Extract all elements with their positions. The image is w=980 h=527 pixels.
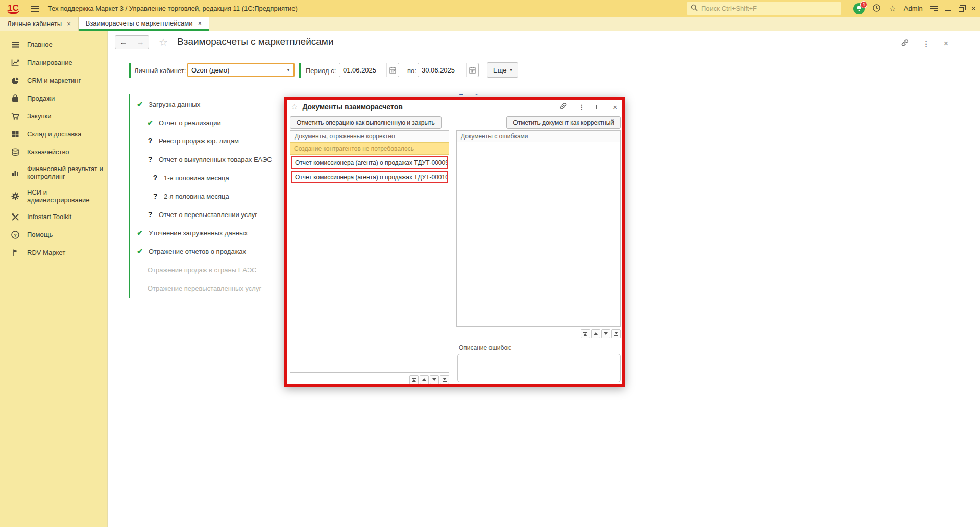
sidebar-item-planning[interactable]: Планирование: [0, 54, 107, 71]
service-menu-icon[interactable]: [930, 6, 938, 11]
sidebar-item-flag[interactable]: RDV Маркет: [0, 244, 107, 261]
move-bottom-button[interactable]: [440, 375, 449, 384]
sidebar-item-label: Склад и доставка: [27, 130, 82, 138]
sections-sidebar: ГлавноеПланированиеCRM и маркетингПродаж…: [0, 31, 108, 527]
period-to-label: по:: [407, 67, 416, 75]
tab-close-icon[interactable]: ×: [198, 19, 202, 27]
correct-documents-panel[interactable]: Документы, отраженные корректно Создание…: [290, 130, 449, 373]
current-user-label[interactable]: Admin: [904, 5, 923, 12]
mark-operation-done-button[interactable]: Отметить операцию как выполненную и закр…: [290, 116, 442, 129]
menu-icon: [10, 40, 20, 50]
dialog-titlebar: ☆ Документы взаиморасчетов ⋮ ×: [287, 100, 622, 114]
checklist-item-label: Уточнение загруженных данных: [149, 229, 248, 237]
page-title: Взаиморасчеты с маркетплейсами: [177, 36, 334, 47]
sidebar-item-label: Infostart Toolkit: [27, 213, 71, 221]
status-question-icon: ?: [145, 137, 155, 145]
group-accent-bar: [129, 63, 131, 78]
document-row[interactable]: Отчет комиссионера (агента) о продажах Т…: [291, 171, 448, 183]
sidebar-item-purchases[interactable]: Закупки: [0, 107, 107, 125]
global-search[interactable]: [687, 2, 841, 15]
status-question-icon: ?: [151, 174, 160, 182]
dialog-maximize-icon[interactable]: [596, 105, 601, 109]
application-titlebar: 1С Тех поддержка Маркет 3 / Управление т…: [0, 0, 980, 17]
flag-icon: [10, 248, 20, 257]
dialog-star-icon[interactable]: ☆: [291, 102, 298, 111]
sidebar-item-sales[interactable]: Продажи: [0, 89, 107, 107]
correct-documents-list: Создание контрагентов не потребовалосьОт…: [290, 142, 449, 183]
search-icon: [691, 4, 698, 13]
mark-document-correct-button[interactable]: Отметить документ как корректный: [506, 116, 621, 129]
favorite-star-icon[interactable]: ☆: [159, 36, 168, 49]
checklist-item-label: Отчет о перевыставлении услуг: [159, 211, 257, 219]
close-page-icon[interactable]: ×: [944, 39, 948, 49]
link-icon[interactable]: [901, 39, 909, 49]
main-menu-icon[interactable]: [31, 6, 39, 12]
group-accent-bar: [299, 63, 301, 78]
restore-window-button[interactable]: [959, 7, 964, 12]
section-divider: [456, 341, 621, 341]
error-documents-panel[interactable]: Документы с ошибками: [456, 130, 621, 327]
errors-description-textarea[interactable]: [457, 354, 621, 382]
status-question-icon: ?: [145, 155, 155, 163]
sidebar-item-tools[interactable]: Infostart Toolkit: [0, 208, 107, 226]
sidebar-item-label: Продажи: [27, 94, 55, 102]
move-up-button[interactable]: [420, 375, 429, 384]
document-row[interactable]: Отчет комиссионера (агента) о продажах Т…: [291, 156, 448, 169]
cabinet-combobox[interactable]: Ozon (демо) ▾: [187, 63, 295, 77]
sidebar-item-label: Казначейство: [27, 148, 69, 156]
back-button[interactable]: ←: [115, 35, 132, 49]
history-icon[interactable]: [872, 4, 881, 14]
calendar-icon[interactable]: [466, 63, 478, 77]
move-down-button[interactable]: [430, 375, 439, 384]
notifications-bell-icon[interactable]: 1: [853, 3, 865, 14]
date-to-field[interactable]: [418, 63, 479, 77]
dialog-link-icon[interactable]: [559, 102, 567, 112]
move-down-button[interactable]: [601, 329, 610, 338]
sidebar-item-menu[interactable]: Главное: [0, 36, 107, 54]
tab-personal-cabinets[interactable]: Личные кабинеты ×: [0, 17, 79, 31]
tab-close-icon[interactable]: ×: [67, 20, 71, 28]
search-input[interactable]: [701, 5, 837, 12]
checklist-item-label: Реестр продаж юр. лицам: [159, 137, 239, 145]
sidebar-item-label: Помощь: [27, 231, 53, 238]
minimize-button[interactable]: [945, 10, 951, 11]
sidebar-item-settings[interactable]: НСИ и администрирование: [0, 184, 107, 208]
sidebar-item-warehouse[interactable]: Склад и доставка: [0, 125, 107, 143]
panel-splitter[interactable]: [453, 130, 453, 384]
dialog-title: Документы взаиморасчетов: [302, 103, 402, 111]
tab-marketplace-settlements[interactable]: Взаиморасчеты с маркетплейсами ×: [79, 17, 209, 31]
sidebar-item-label: RDV Маркет: [27, 249, 65, 256]
cabinet-value: Ozon (демо): [188, 66, 229, 74]
sidebar-item-help[interactable]: ?Помощь: [0, 226, 107, 244]
text-cursor: [230, 66, 230, 74]
dialog-more-icon[interactable]: ⋮: [578, 103, 585, 111]
move-up-button[interactable]: [591, 329, 600, 338]
sidebar-item-treasury[interactable]: Казначейство: [0, 143, 107, 161]
sidebar-item-crm[interactable]: CRM и маркетинг: [0, 71, 107, 89]
errors-description-label: Описание ошибок:: [459, 344, 512, 351]
move-top-button[interactable]: [409, 375, 419, 384]
status-done-icon: ✔: [135, 229, 144, 237]
purchases-icon: [10, 112, 20, 121]
more-button[interactable]: Еще ▾: [487, 62, 518, 78]
sidebar-item-finance[interactable]: Финансовый результат и контроллинг: [0, 161, 107, 184]
combobox-dropdown-icon[interactable]: ▾: [283, 64, 293, 76]
dialog-close-icon[interactable]: ×: [612, 103, 617, 111]
date-to-input[interactable]: [418, 66, 461, 74]
hidden-link-fragment: Подобрать: [459, 93, 520, 95]
favorites-star-icon[interactable]: ☆: [889, 5, 896, 13]
date-from-input[interactable]: [339, 66, 382, 74]
notification-badge: 1: [860, 1, 867, 8]
forward-button[interactable]: →: [132, 35, 149, 49]
document-row[interactable]: Создание контрагентов не потребовалось: [290, 142, 449, 155]
window-title: Тех поддержка Маркет 3 / Управление торг…: [48, 5, 298, 12]
date-from-field[interactable]: [339, 63, 399, 77]
move-bottom-button[interactable]: [611, 329, 621, 338]
error-documents-header: Документы с ошибками: [457, 131, 620, 142]
move-top-button[interactable]: [581, 329, 590, 338]
calendar-icon[interactable]: [386, 63, 399, 77]
more-actions-icon[interactable]: ⋮: [923, 40, 930, 48]
cabinet-label: Личный кабинет:: [134, 67, 186, 75]
close-window-button[interactable]: ×: [971, 5, 976, 13]
1c-logo[interactable]: 1С: [7, 4, 19, 14]
